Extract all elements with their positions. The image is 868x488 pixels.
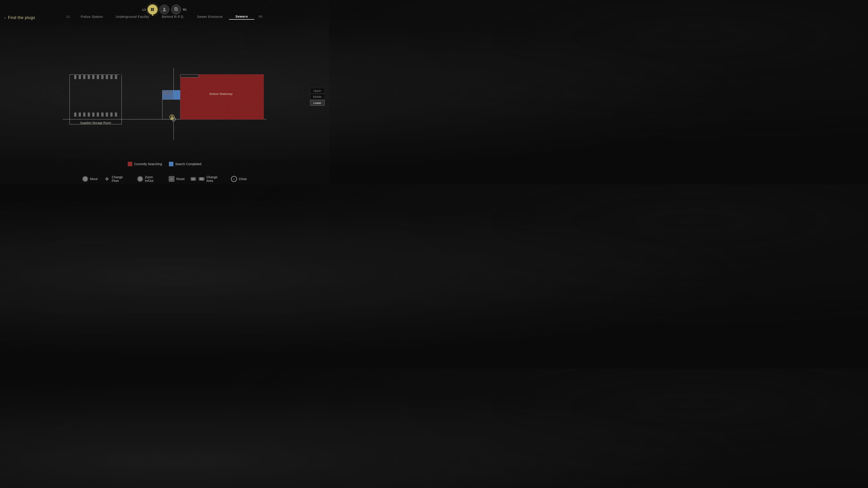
svg-rect-27	[74, 112, 76, 117]
legend-red-color	[128, 162, 132, 166]
svg-rect-22	[97, 75, 99, 79]
map-svg: Supplies Storage Room Bottom Waterway	[63, 68, 266, 140]
svg-rect-40	[174, 90, 180, 99]
svg-rect-26	[115, 75, 117, 79]
legend-search-completed-label: Search Completed	[175, 162, 202, 166]
legend-search-completed: Search Completed	[169, 162, 202, 166]
svg-rect-24	[106, 75, 108, 79]
floor-lower-button[interactable]: Lower	[310, 100, 324, 106]
legend-currently-searching-label: Currently Searching	[134, 162, 162, 166]
map-icon	[150, 7, 155, 12]
left-analog-icon	[82, 176, 88, 182]
r2-label: R2	[199, 177, 205, 181]
ctrl-change-floor-label: Change Floor	[112, 175, 131, 183]
svg-rect-49	[180, 74, 198, 77]
tab-police-station[interactable]: Police Station	[74, 14, 110, 20]
ctrl-change-area-label: Change Area	[206, 175, 225, 183]
legend-currently-searching: Currently Searching	[128, 162, 162, 166]
objective-text: Find the plugs	[8, 15, 35, 20]
tab-sewers[interactable]: Sewers	[229, 13, 254, 20]
top-icon-bar: L1 R1	[143, 4, 187, 14]
svg-rect-31	[92, 112, 94, 117]
l2-label: L2	[191, 177, 196, 181]
floor-selector: Upper Middle Lower	[310, 88, 324, 106]
person-icon	[162, 7, 166, 12]
file-icon-button[interactable]	[171, 4, 181, 14]
svg-rect-25	[110, 75, 113, 79]
svg-rect-18	[79, 75, 81, 79]
svg-rect-30	[88, 112, 90, 117]
svg-text:Bottom Waterway: Bottom Waterway	[210, 92, 233, 96]
svg-rect-36	[115, 112, 117, 117]
ctrl-close-label: Close	[239, 177, 247, 181]
svg-text:Supplies Storage Room: Supplies Storage Room	[80, 121, 111, 125]
svg-rect-34	[106, 112, 108, 117]
ctrl-change-floor: Change Floor	[104, 175, 131, 183]
svg-rect-43	[169, 91, 171, 94]
tab-sewer-entrance[interactable]: Sewer Entrance	[191, 14, 229, 20]
svg-rect-48	[180, 74, 264, 119]
person-icon-button[interactable]	[159, 4, 169, 14]
svg-point-8	[163, 8, 165, 9]
r2-tab-button[interactable]: R2	[259, 15, 263, 18]
svg-rect-17	[74, 75, 76, 79]
ctrl-move-label: Move	[90, 177, 98, 181]
ctrl-zoom: Zoom In/Out	[137, 175, 162, 183]
ctrl-reset-label: Reset	[176, 177, 185, 181]
ctrl-reset: □ Reset	[168, 176, 185, 182]
objective-panel: › Find the plugs	[4, 15, 35, 20]
svg-rect-58	[106, 178, 108, 180]
svg-rect-42	[166, 91, 168, 94]
objective-arrow-icon: ›	[4, 16, 6, 20]
right-analog-icon	[137, 176, 143, 182]
svg-rect-19	[83, 75, 86, 79]
l1-button[interactable]: L1	[143, 8, 146, 11]
svg-rect-28	[79, 112, 81, 117]
svg-point-60	[140, 178, 141, 180]
svg-rect-32	[97, 112, 99, 117]
map-legend: Currently Searching Search Completed	[128, 162, 202, 166]
svg-rect-35	[110, 112, 113, 117]
dpad-icon	[104, 176, 110, 182]
tab-navigation: L2 Police Station Underground Facility B…	[63, 13, 266, 20]
svg-rect-23	[101, 75, 103, 79]
svg-rect-20	[88, 75, 90, 79]
svg-rect-38	[162, 99, 180, 119]
floor-middle-button[interactable]: Middle	[310, 94, 324, 100]
svg-rect-16	[70, 74, 122, 124]
svg-rect-41	[163, 91, 164, 94]
tab-underground-facility[interactable]: Underground Facility	[110, 14, 156, 20]
svg-rect-21	[92, 75, 94, 79]
map-icon-button[interactable]	[148, 4, 158, 14]
r1-button[interactable]: R1	[183, 8, 187, 11]
tab-behind-rpd[interactable]: Behind R.P.D.	[156, 14, 191, 20]
ctrl-move: Move	[82, 176, 98, 182]
ctrl-close: ○ Close	[231, 176, 247, 182]
bottom-controls: Move Change Floor Zoom In/Out □ Reset	[82, 175, 247, 183]
floor-upper-button[interactable]: Upper	[310, 88, 324, 94]
square-button-icon: □	[168, 176, 175, 182]
file-icon	[174, 7, 178, 12]
l2-tab-button[interactable]: L2	[66, 15, 70, 18]
ctrl-zoom-label: Zoom In/Out	[145, 175, 162, 183]
legend-blue-color	[169, 162, 174, 166]
map-container: Supplies Storage Room Bottom Waterway Up…	[0, 23, 329, 171]
circle-button-icon: ○	[231, 176, 237, 182]
svg-rect-37	[119, 74, 122, 75]
svg-point-53	[85, 178, 86, 180]
svg-rect-29	[83, 112, 86, 117]
svg-rect-33	[101, 112, 103, 117]
ctrl-change-area: L2 R2 Change Area	[191, 175, 225, 183]
